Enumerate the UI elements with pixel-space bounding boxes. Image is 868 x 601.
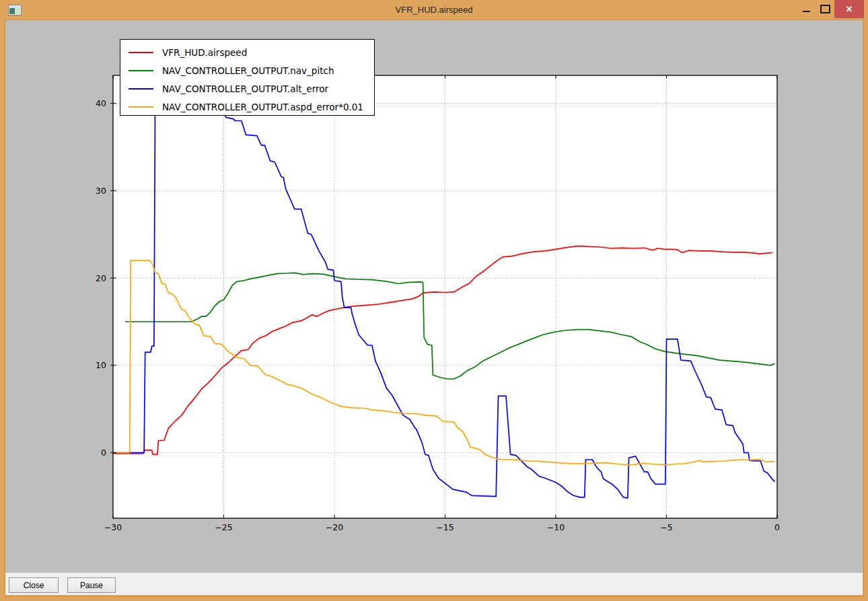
- legend-item: NAV_CONTROLLER_OUTPUT.nav_pitch: [120, 61, 374, 79]
- legend-label: NAV_CONTROLLER_OUTPUT.aspd_error*0.01: [162, 102, 363, 112]
- x-tick-label: −20: [326, 522, 343, 532]
- x-tick-label: −10: [547, 522, 565, 532]
- figure-canvas: −30−25−20−15−10−50010203040 VFR_HUD.airs…: [5, 20, 863, 573]
- y-tick-label: 10: [96, 360, 106, 370]
- legend-label: VFR_HUD.airspeed: [162, 47, 247, 58]
- window-controls: ✕: [797, 0, 864, 18]
- legend-label: NAV_CONTROLLER_OUTPUT.nav_pitch: [162, 65, 334, 76]
- close-button[interactable]: Close: [9, 577, 59, 593]
- titlebar[interactable]: VFR_HUD.airspeed ✕: [0, 0, 868, 20]
- titlebar-close-button[interactable]: ✕: [834, 0, 864, 18]
- legend-item: NAV_CONTROLLER_OUTPUT.alt_error: [120, 79, 374, 98]
- y-tick-label: 40: [96, 98, 106, 108]
- y-tick-label: 0: [101, 448, 106, 458]
- window-title: VFR_HUD.airspeed: [0, 0, 868, 20]
- x-tick-label: 0: [774, 522, 780, 532]
- x-tick-label: −5: [660, 522, 672, 532]
- legend-line-swatch: [129, 52, 153, 53]
- pause-button[interactable]: Pause: [67, 577, 116, 593]
- legend-item: NAV_CONTROLLER_OUTPUT.aspd_error*0.01: [120, 98, 374, 116]
- legend-line-swatch: [129, 70, 153, 71]
- legend-line-swatch: [129, 106, 153, 108]
- close-icon: ✕: [846, 5, 853, 13]
- x-tick-label: −25: [215, 522, 232, 532]
- y-tick-label: 30: [96, 186, 106, 196]
- maximize-button[interactable]: [816, 0, 834, 18]
- legend-item: VFR_HUD.airspeed: [120, 43, 374, 61]
- x-tick-label: −15: [436, 522, 454, 532]
- window-frame: VFR_HUD.airspeed ✕ −30−25−20−15−10−50010…: [0, 0, 868, 601]
- maximize-icon: [820, 5, 830, 13]
- bottom-toolbar: Close Pause: [5, 573, 863, 595]
- x-tick-label: −30: [104, 522, 122, 532]
- legend-label: NAV_CONTROLLER_OUTPUT.alt_error: [162, 83, 328, 94]
- legend: VFR_HUD.airspeedNAV_CONTROLLER_OUTPUT.na…: [120, 39, 375, 116]
- minimize-icon: [803, 11, 810, 12]
- minimize-button[interactable]: [797, 0, 816, 18]
- legend-line-swatch: [129, 88, 153, 90]
- y-tick-label: 20: [96, 273, 106, 283]
